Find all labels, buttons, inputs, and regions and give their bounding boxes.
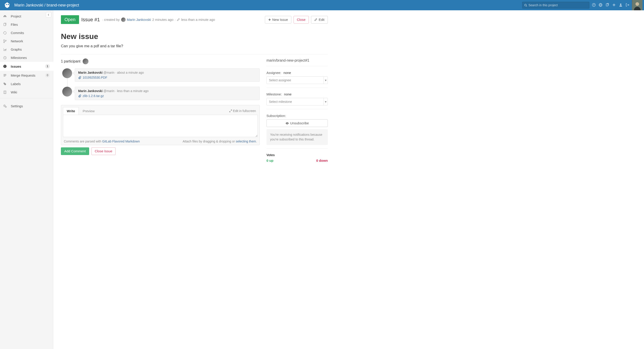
sidebar-item-network[interactable]: Network (0, 37, 53, 45)
close-button[interactable]: Close (294, 16, 309, 24)
divider (0, 98, 53, 98)
chevron-down-icon: ▾ (324, 77, 328, 84)
sidebar-item-milestones[interactable]: Milestones (0, 54, 53, 62)
dashboard-icon (3, 15, 11, 18)
sidebar-item-commits[interactable]: Commits (0, 29, 53, 37)
sidebar-label: Settings (11, 104, 50, 108)
svg-point-19 (4, 42, 4, 43)
unsubscribe-button[interactable]: Unsubscribe (266, 119, 328, 127)
svg-rect-27 (4, 76, 5, 76)
sidebar-item-graphs[interactable]: Graphs (0, 45, 53, 54)
note-body: Marin Jankovski @marin · less than a min… (75, 87, 260, 100)
sidebar-item-merge-requests[interactable]: Merge Requests 0 (0, 71, 53, 80)
search-box[interactable] (522, 2, 589, 9)
new-issue-button[interactable]: New Issue (265, 16, 291, 24)
current-user-avatar[interactable] (632, 0, 642, 10)
gitlab-logo[interactable] (3, 1, 11, 9)
copy-icon[interactable] (606, 3, 609, 8)
sidebar-label: Graphs (11, 48, 50, 51)
select-files-link[interactable]: selecting them (236, 140, 256, 143)
svg-point-14 (636, 2, 639, 6)
edit-button[interactable]: Edit (311, 16, 328, 24)
top-icons: ? (589, 3, 632, 8)
svg-point-30 (4, 105, 5, 106)
markdown-help: Comments are parsed with GitLab Flavored… (64, 140, 140, 143)
attachment-link[interactable]: 1019925530.PDF (83, 76, 107, 79)
sidebar-label: Project (11, 14, 50, 18)
chart-icon (3, 48, 11, 51)
history-icon (3, 31, 11, 35)
gears-icon (3, 104, 11, 108)
breadcrumb[interactable]: Marin Jankovski / brand-new-project (12, 3, 522, 8)
sidebar-collapse-button[interactable] (46, 12, 51, 18)
assignee-select[interactable]: Select assignee ▾ (266, 76, 328, 84)
sidebar-item-settings[interactable]: Settings (0, 102, 53, 110)
assignee-value: none (284, 71, 291, 75)
sidebar-item-labels[interactable]: Labels (0, 80, 53, 88)
participant-avatar[interactable] (83, 59, 88, 64)
milestone-label: Milestone: none (266, 92, 328, 96)
svg-rect-25 (4, 74, 6, 75)
sidebar-label: Issues (11, 65, 45, 68)
signout-icon[interactable] (626, 3, 629, 8)
comment-form: Write Preview Edit in fullscreen Comment… (61, 105, 260, 145)
note-body: Marin Jankovski @marin · about a minute … (75, 68, 260, 82)
sidebar-label: Milestones (11, 56, 50, 60)
votes-label: Votes (266, 153, 328, 157)
author-link[interactable]: Marin Jankovski (127, 18, 151, 22)
sidebar: Project Files Commits Network Graphs Mil… (0, 10, 53, 349)
add-comment-button[interactable]: Add Comment (61, 147, 89, 155)
note-time: about a minute ago (117, 71, 144, 74)
help-icon[interactable]: ? (592, 3, 596, 8)
attachment-link[interactable]: zlib-1.2.6.tar.gz (83, 94, 104, 98)
issue-actions: New Issue Close Edit (265, 16, 328, 24)
main-content: Open Issue #1 · created by Marin Jankovs… (53, 10, 336, 349)
author-avatar[interactable] (121, 18, 126, 22)
milestone-select[interactable]: Select milestone ▾ (266, 98, 328, 106)
note-avatar[interactable] (62, 87, 72, 97)
note-handle: @marin (104, 89, 114, 93)
tab-write[interactable]: Write (63, 107, 79, 115)
comment-textarea[interactable] (63, 115, 258, 137)
votes-down: 0 down (316, 159, 328, 162)
plus-icon[interactable] (612, 3, 616, 8)
svg-point-20 (5, 40, 6, 41)
fullscreen-link[interactable]: Edit in fullscreen (229, 109, 258, 113)
top-bar: Marin Jankovski / brand-new-project ? (0, 0, 644, 10)
svg-point-16 (5, 16, 5, 17)
subscription-notice: You're receiving notifications because y… (266, 129, 328, 145)
note-author[interactable]: Marin Jankovski (78, 71, 102, 74)
note-time: less than a minute ago (117, 89, 149, 93)
note-avatar[interactable] (62, 68, 72, 78)
timeline: Marin Jankovski @marin · about a minute … (61, 68, 260, 100)
sidebar-item-project[interactable]: Project (0, 12, 53, 20)
close-issue-button[interactable]: Close Issue (91, 147, 116, 155)
exclamation-icon (3, 65, 11, 68)
badge: 1 (45, 64, 50, 69)
plus-icon (268, 18, 271, 21)
files-icon (3, 23, 11, 27)
note: Marin Jankovski @marin · about a minute … (61, 68, 260, 82)
svg-point-0 (6, 4, 7, 5)
issue-title: New issue (61, 32, 328, 41)
issue-header: Open Issue #1 · created by Marin Jankovs… (61, 15, 328, 24)
branch-icon (3, 40, 11, 43)
sidebar-item-files[interactable]: Files (0, 20, 53, 29)
svg-point-18 (4, 40, 4, 41)
issue-reference: marin/brand-new-project#1 (266, 59, 328, 63)
sidebar-item-wiki[interactable]: Wiki (0, 88, 53, 96)
svg-rect-26 (4, 75, 6, 76)
globe-icon[interactable] (599, 3, 602, 8)
svg-point-28 (4, 83, 4, 84)
svg-rect-9 (606, 4, 608, 6)
pencil-icon (177, 18, 180, 21)
sidebar-label: Commits (11, 31, 50, 35)
markdown-link[interactable]: GitLab Flavored Markdown (102, 140, 140, 143)
svg-point-1 (8, 4, 8, 5)
search-input[interactable] (528, 3, 587, 7)
tab-preview[interactable]: Preview (79, 107, 98, 115)
sidebar-item-issues[interactable]: Issues 1 (0, 62, 53, 71)
note: Marin Jankovski @marin · less than a min… (61, 87, 260, 100)
user-icon[interactable] (619, 3, 622, 8)
note-author[interactable]: Marin Jankovski (78, 89, 102, 93)
